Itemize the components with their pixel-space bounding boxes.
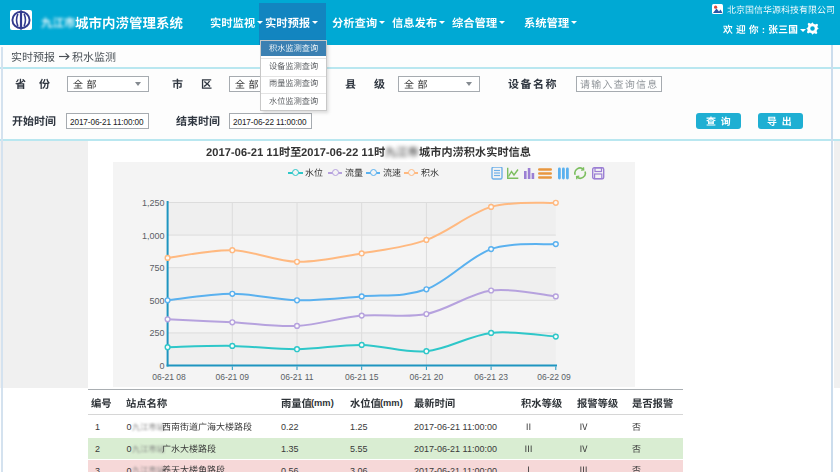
svg-text:06-22 09: 06-22 09 (537, 372, 571, 382)
svg-text:06-21 23: 06-21 23 (474, 372, 508, 382)
svg-text:06-21 09: 06-21 09 (216, 372, 250, 382)
svg-text:06-21 08: 06-21 08 (152, 372, 186, 382)
svg-text:750: 750 (149, 263, 164, 273)
svg-text:06-21 15: 06-21 15 (345, 372, 379, 382)
svg-text:06-21 11: 06-21 11 (281, 372, 314, 382)
svg-text:06-21 20: 06-21 20 (410, 372, 444, 382)
svg-text:0: 0 (159, 361, 164, 371)
svg-text:500: 500 (149, 296, 164, 306)
svg-text:1,250: 1,250 (142, 198, 165, 208)
svg-text:250: 250 (149, 328, 164, 338)
svg-text:1,000: 1,000 (142, 231, 165, 241)
